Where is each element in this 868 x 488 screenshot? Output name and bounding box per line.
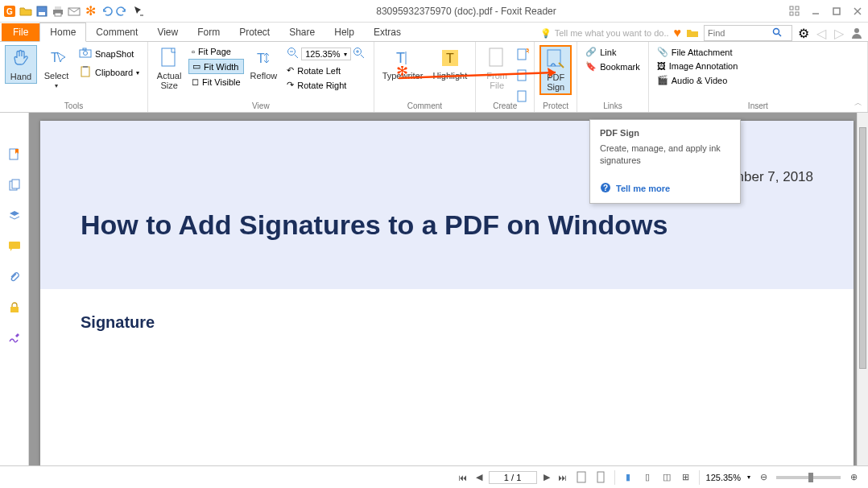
tab-home[interactable]: Home xyxy=(39,23,86,42)
view-facing-icon[interactable]: ◫ xyxy=(660,471,673,484)
cursor-dropdown-icon[interactable] xyxy=(132,5,145,18)
svg-text:T: T xyxy=(257,52,265,65)
redo-icon[interactable] xyxy=(116,5,129,18)
fit-width-button[interactable]: ▭Fit Width xyxy=(188,59,243,74)
select-button[interactable]: T Select ▾ xyxy=(40,45,72,91)
help-icon: ? xyxy=(600,182,611,195)
print-icon[interactable] xyxy=(52,5,64,18)
blank-page-icon[interactable]: ✻ xyxy=(516,48,529,64)
zoom-in-button[interactable]: ⊕ xyxy=(847,471,860,484)
panel-signatures-icon[interactable] xyxy=(6,330,23,346)
svg-text:T: T xyxy=(446,52,454,65)
page-input[interactable] xyxy=(489,471,537,484)
tell-me-search[interactable]: 💡 Tell me what you want to do.. xyxy=(540,28,669,39)
tab-help[interactable]: Help xyxy=(324,23,364,41)
zoom-combo[interactable]: 125.35%▾ xyxy=(301,48,350,60)
image-annotation-button[interactable]: 🖼Image Annotation xyxy=(654,60,742,72)
actual-size-button[interactable]: Actual Size xyxy=(153,45,185,92)
tab-protect[interactable]: Protect xyxy=(229,23,279,41)
panel-bookmarks-icon[interactable] xyxy=(6,147,23,163)
rotate-left-button[interactable]: ↶Rotate Left xyxy=(283,64,368,77)
link-button[interactable]: 🔗Link xyxy=(582,45,643,59)
tab-comment[interactable]: Comment xyxy=(86,23,147,41)
tooltip-tell-me-more[interactable]: ? Tell me more xyxy=(600,182,730,195)
tab-file[interactable]: File xyxy=(2,23,39,41)
file-attachment-button[interactable]: 📎File Attachment xyxy=(654,45,742,59)
find-input[interactable] xyxy=(708,28,772,38)
sb-bookmark-icon[interactable] xyxy=(576,471,589,484)
ribbon-group-tools: Hand T Select ▾ SnapShot Clipboard ▾ Too… xyxy=(0,42,148,112)
find-box[interactable] xyxy=(704,25,792,41)
view-continuous-facing-icon[interactable]: ⊞ xyxy=(680,471,692,484)
pdf-sign-button[interactable]: PDF Sign xyxy=(539,45,572,95)
fit-page-button[interactable]: ▫Fit Page xyxy=(188,45,243,58)
window-title: 83095932375970 (doc).pdf - Foxit Reader xyxy=(145,6,787,17)
tab-share[interactable]: Share xyxy=(279,23,324,41)
from-file-button[interactable]: From File xyxy=(481,45,513,92)
highlight-button[interactable]: T Highlight xyxy=(429,45,470,82)
scrollbar-thumb[interactable] xyxy=(859,127,866,369)
hand-icon xyxy=(10,48,32,70)
select-icon: T xyxy=(45,47,68,69)
svg-rect-3 xyxy=(39,12,45,15)
clipboard-button[interactable]: Clipboard ▾ xyxy=(76,64,143,81)
panel-layers-icon[interactable] xyxy=(6,208,23,224)
typewriter-button[interactable]: T Typewriter xyxy=(379,45,427,82)
maximize-icon[interactable] xyxy=(829,4,844,19)
tab-extras[interactable]: Extras xyxy=(364,23,411,41)
folder-search-icon[interactable] xyxy=(686,27,699,39)
zoom-slider[interactable] xyxy=(776,476,841,479)
panel-attachments-icon[interactable] xyxy=(6,269,23,285)
last-page-icon[interactable]: ⏭ xyxy=(556,471,569,484)
svg-rect-10 xyxy=(790,12,793,15)
snapshot-button[interactable]: SnapShot xyxy=(76,45,143,63)
zoom-out-icon[interactable] xyxy=(287,47,300,61)
svg-rect-47 xyxy=(9,242,20,249)
save-icon[interactable] xyxy=(35,5,48,18)
fit-visible-icon: ◻ xyxy=(192,77,199,87)
panel-pages-icon[interactable] xyxy=(6,177,23,193)
close-icon[interactable] xyxy=(850,4,865,19)
zoom-dropdown-icon[interactable]: ▾ xyxy=(747,474,750,481)
panel-security-icon[interactable] xyxy=(6,300,23,316)
bookmark-button[interactable]: 🔖Bookmark xyxy=(582,60,643,73)
zoom-in-icon[interactable] xyxy=(353,47,366,61)
ribbon-options-icon[interactable] xyxy=(787,4,802,19)
tab-form[interactable]: Form xyxy=(188,23,229,41)
vertical-scrollbar[interactable] xyxy=(857,113,868,465)
prev-page-icon[interactable]: ◀ xyxy=(473,471,486,484)
prev-find-icon[interactable]: ◁ xyxy=(815,27,828,39)
fit-visible-button[interactable]: ◻Fit Visible xyxy=(188,75,243,89)
reflow-button[interactable]: T Reflow xyxy=(247,45,281,82)
svg-rect-13 xyxy=(833,8,840,14)
reflow-icon: T xyxy=(252,47,275,69)
open-icon[interactable] xyxy=(19,5,32,18)
view-continuous-icon[interactable]: ▯ xyxy=(641,471,654,484)
svg-rect-54 xyxy=(577,472,585,482)
new-star-icon[interactable]: ✻ xyxy=(84,5,97,18)
heart-icon[interactable]: ♥ xyxy=(674,26,682,40)
from-clipboard-icon[interactable] xyxy=(516,69,529,85)
next-page-icon[interactable]: ▶ xyxy=(540,471,553,484)
minimize-icon[interactable] xyxy=(808,4,823,19)
sb-page-icon[interactable] xyxy=(595,471,608,484)
undo-icon[interactable] xyxy=(100,5,113,18)
rotate-right-button[interactable]: ↷Rotate Right xyxy=(283,78,368,92)
collapse-ribbon-icon[interactable]: ︿ xyxy=(854,97,862,109)
chevron-down-icon: ▾ xyxy=(55,82,58,89)
email-icon[interactable] xyxy=(68,5,81,18)
search-icon[interactable] xyxy=(772,26,782,40)
panel-comments-icon[interactable] xyxy=(6,238,23,254)
first-page-icon[interactable]: ⏮ xyxy=(457,471,469,484)
ribbon-group-view: Actual Size ▫Fit Page ▭Fit Width ◻Fit Vi… xyxy=(148,42,374,112)
audio-video-button[interactable]: 🎬Audio & Video xyxy=(654,73,742,87)
zoom-slider-thumb[interactable] xyxy=(808,473,813,482)
next-find-icon[interactable]: ▷ xyxy=(833,27,845,39)
zoom-out-button[interactable]: ⊖ xyxy=(757,471,770,484)
view-single-icon[interactable]: ▮ xyxy=(622,471,634,484)
tab-view[interactable]: View xyxy=(147,23,188,41)
search-settings-icon[interactable]: ⚙ xyxy=(797,27,810,39)
user-icon[interactable] xyxy=(850,27,863,39)
hand-button[interactable]: Hand xyxy=(5,45,37,84)
svg-line-33 xyxy=(361,55,364,58)
